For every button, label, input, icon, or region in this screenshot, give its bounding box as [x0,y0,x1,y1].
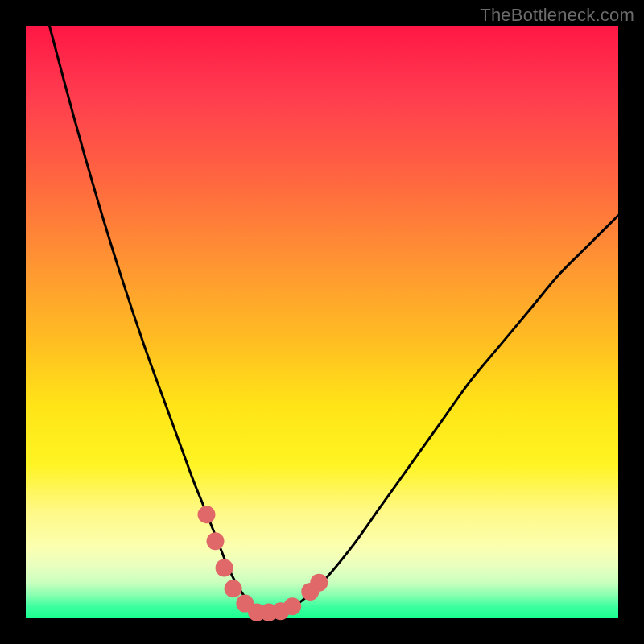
curve-marker [283,597,301,615]
curve-marker [198,506,216,523]
curve-marker [310,574,328,592]
marker-group [198,506,328,621]
plot-area [26,26,618,618]
curve-marker [225,580,242,597]
curve-marker [216,559,233,576]
chart-frame: TheBottleneck.com [0,0,644,644]
bottleneck-curve [49,26,618,613]
curve-svg [26,26,618,618]
watermark-label: TheBottleneck.com [480,5,634,26]
curve-marker [207,532,225,550]
